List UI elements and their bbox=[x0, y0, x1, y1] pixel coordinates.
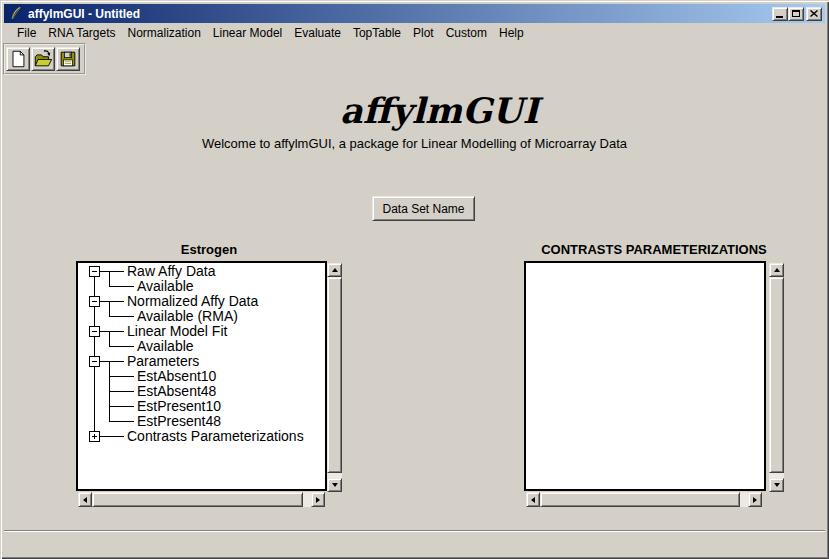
maximize-icon bbox=[792, 10, 800, 17]
app-subtitle: Welcome to affylmGUI, a package for Line… bbox=[0, 136, 829, 151]
titlebar-buttons bbox=[772, 7, 822, 21]
tree-child-label[interactable]: Available bbox=[137, 339, 194, 354]
bottom-divider bbox=[4, 530, 825, 532]
menu-item-plot[interactable]: Plot bbox=[407, 25, 440, 41]
menu-item-rna-targets[interactable]: RNA Targets bbox=[42, 25, 121, 41]
maximize-button[interactable] bbox=[788, 7, 804, 21]
arrow-down-icon bbox=[332, 483, 338, 487]
tk-feather-icon bbox=[9, 6, 24, 21]
tree-connector-line bbox=[100, 361, 124, 362]
arrow-up-icon bbox=[774, 268, 780, 272]
contrasts-hscrollbar[interactable] bbox=[526, 492, 762, 507]
tree-scroll-left-button[interactable] bbox=[78, 492, 92, 507]
tree-child-label[interactable]: Available (RMA) bbox=[137, 309, 238, 324]
contrasts-scroll-up-button[interactable] bbox=[769, 263, 784, 277]
tree-node-label[interactable]: Normalized Affy Data bbox=[127, 294, 258, 309]
titlebar[interactable]: affylmGUI - Untitled bbox=[4, 4, 825, 23]
tree-scroll-up-button[interactable] bbox=[327, 263, 342, 277]
arrow-up-icon bbox=[332, 268, 338, 272]
menubar: File RNA Targets Normalization Linear Mo… bbox=[4, 24, 825, 42]
minimize-icon bbox=[776, 16, 783, 18]
tree-hscrollbar[interactable] bbox=[78, 492, 325, 507]
open-folder-icon bbox=[33, 49, 53, 69]
tree-connector-line bbox=[100, 301, 124, 302]
tree-child-label[interactable]: EstPresent10 bbox=[137, 399, 221, 414]
menu-item-file[interactable]: File bbox=[11, 25, 42, 41]
tree-connector-line bbox=[109, 406, 134, 407]
tree-connector-line bbox=[109, 301, 110, 316]
tree-scroll-down-button[interactable] bbox=[327, 478, 342, 492]
app-title: affylmGUI bbox=[25, 90, 829, 131]
toolbar bbox=[3, 43, 86, 75]
tree-child-label[interactable]: EstPresent48 bbox=[137, 414, 221, 429]
tree-node-label[interactable]: Raw Affy Data bbox=[127, 264, 215, 279]
tree-expand-box[interactable] bbox=[89, 431, 100, 442]
tree-vscrollbar-thumb[interactable] bbox=[327, 277, 342, 473]
tree-connector-line bbox=[100, 436, 124, 437]
tree-hscrollbar-thumb[interactable] bbox=[92, 492, 303, 507]
tree-connector-line bbox=[109, 421, 134, 422]
menu-item-evaluate[interactable]: Evaluate bbox=[288, 25, 347, 41]
new-file-button[interactable] bbox=[6, 47, 30, 71]
menu-item-linear-model[interactable]: Linear Model bbox=[207, 25, 288, 41]
tree-connector-line bbox=[109, 286, 134, 287]
tree-connector-line bbox=[109, 346, 134, 347]
tree-node-label[interactable]: Parameters bbox=[127, 354, 199, 369]
tree-connector-line bbox=[109, 316, 134, 317]
tree-node-label[interactable]: Linear Model Fit bbox=[127, 324, 227, 339]
close-button[interactable] bbox=[806, 7, 822, 21]
arrow-down-icon bbox=[774, 483, 780, 487]
tree-connector-line bbox=[109, 391, 134, 392]
open-file-button[interactable] bbox=[31, 47, 55, 71]
menu-item-normalization[interactable]: Normalization bbox=[122, 25, 207, 41]
close-icon bbox=[810, 10, 818, 17]
tree-collapse-box[interactable] bbox=[89, 266, 100, 277]
arrow-right-icon bbox=[316, 497, 320, 503]
save-floppy-icon bbox=[58, 49, 78, 69]
new-file-icon bbox=[8, 49, 28, 69]
tree-child-label[interactable]: EstAbsent10 bbox=[137, 369, 216, 384]
tree-collapse-box[interactable] bbox=[89, 326, 100, 337]
tree-child-label[interactable]: EstAbsent48 bbox=[137, 384, 216, 399]
window-title: affylmGUI - Untitled bbox=[28, 7, 140, 21]
contrasts-hscrollbar-thumb[interactable] bbox=[540, 492, 740, 507]
tree-scroll-right-button[interactable] bbox=[311, 492, 325, 507]
app-window: affylmGUI - Untitled File RNA Targets No… bbox=[0, 0, 829, 559]
minimize-button[interactable] bbox=[772, 7, 788, 21]
tree-collapse-box[interactable] bbox=[89, 356, 100, 367]
arrow-left-icon bbox=[531, 497, 535, 503]
tree-connector-line bbox=[100, 271, 124, 272]
menu-item-help[interactable]: Help bbox=[493, 25, 530, 41]
contrasts-scroll-right-button[interactable] bbox=[748, 492, 762, 507]
contrasts-listbox[interactable] bbox=[524, 261, 766, 491]
tree-child-label[interactable]: Available bbox=[137, 279, 194, 294]
menu-item-custom[interactable]: Custom bbox=[440, 25, 493, 41]
tree-connector-line bbox=[109, 331, 110, 346]
data-set-name-button[interactable]: Data Set Name bbox=[372, 196, 475, 221]
dataset-tree[interactable]: AvailableRaw Affy DataAvailable (RMA)Nor… bbox=[76, 261, 327, 491]
contrasts-scroll-left-button[interactable] bbox=[526, 492, 540, 507]
arrow-right-icon bbox=[753, 497, 757, 503]
tree-vscrollbar[interactable] bbox=[327, 263, 342, 492]
tree-connector-line bbox=[109, 376, 134, 377]
contrasts-vscrollbar[interactable] bbox=[769, 263, 784, 492]
tree-connector-line bbox=[109, 271, 110, 286]
tree-collapse-box[interactable] bbox=[89, 296, 100, 307]
left-panel-header: Estrogen bbox=[76, 242, 342, 257]
menu-item-toptable[interactable]: TopTable bbox=[347, 25, 407, 41]
right-panel-header: CONTRASTS PARAMETERIZATIONS bbox=[524, 242, 784, 257]
contrasts-vscrollbar-thumb[interactable] bbox=[769, 277, 784, 473]
tree-connector-line bbox=[100, 331, 124, 332]
save-button[interactable] bbox=[56, 47, 80, 71]
arrow-left-icon bbox=[83, 497, 87, 503]
contrasts-scroll-down-button[interactable] bbox=[769, 478, 784, 492]
tree-node-label[interactable]: Contrasts Parameterizations bbox=[127, 429, 304, 444]
tree-connector-line bbox=[109, 361, 110, 421]
